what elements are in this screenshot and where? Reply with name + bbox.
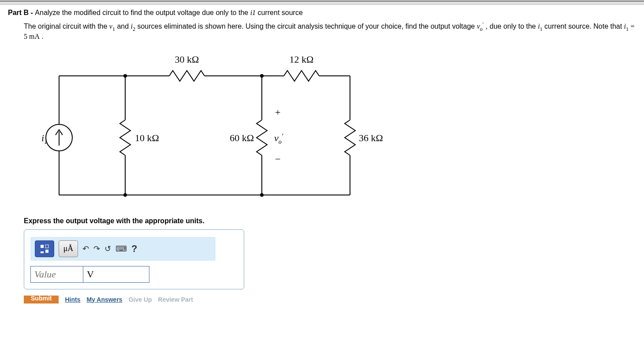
answer-prompt: Express the output voltage with the appr… [24, 217, 636, 225]
label-vo: vo′ [274, 132, 283, 145]
undo-icon: ↶ [82, 244, 89, 254]
give-up-link[interactable]: Give Up [129, 296, 152, 303]
part-header: Part B - Analyze the modified circuit to… [8, 9, 636, 17]
help-button[interactable]: ? [131, 240, 137, 257]
q-p1: The original circuit with the [24, 22, 109, 30]
part-label: Part B - [8, 9, 35, 16]
help-icon: ? [131, 243, 137, 255]
label-r36: 36 kΩ [359, 132, 383, 143]
answer-panel: μÅ ↶ ↷ ↺ ⌨ ? [24, 229, 244, 289]
q-vo: v [477, 22, 480, 30]
q-i1-sub: 1 [540, 26, 543, 32]
redo-button[interactable]: ↷ [93, 240, 100, 257]
hints-link[interactable]: Hints [65, 296, 80, 303]
value-input[interactable] [30, 266, 83, 283]
submit-button[interactable]: Submit [24, 296, 59, 304]
svg-rect-23 [45, 250, 48, 253]
answer-toolbar: μÅ ↶ ↷ ↺ ⌨ ? [30, 237, 216, 261]
q-i1b-sub: 1 [626, 26, 629, 32]
svg-point-18 [123, 193, 127, 197]
question-text: The original circuit with the v1 and i2 … [24, 21, 636, 41]
submit-row: Submit Hints My Answers Give Up Review P… [24, 296, 636, 304]
redo-icon: ↷ [93, 244, 100, 254]
my-answers-link[interactable]: My Answers [86, 296, 122, 303]
special-chars-button[interactable]: μÅ [59, 240, 78, 257]
q-v1-sub: 1 [112, 26, 115, 32]
label-minus: − [275, 154, 280, 165]
svg-rect-22 [41, 251, 44, 253]
label-plus: + [275, 107, 280, 118]
circuit-diagram: 30 kΩ 12 kΩ 10 kΩ 60 kΩ 36 kΩ i1 + vo′ − [24, 49, 636, 208]
part-title-lead: Analyze the modified circuit to find the… [35, 9, 250, 16]
label-r10: 10 kΩ [135, 132, 159, 143]
fraction-tool-icon [39, 244, 50, 254]
reset-icon: ↺ [104, 244, 111, 254]
special-chars-label: μÅ [63, 244, 74, 253]
svg-point-17 [260, 74, 264, 78]
label-r12: 12 kΩ [290, 54, 314, 65]
svg-rect-20 [41, 245, 44, 248]
undo-button[interactable]: ↶ [82, 240, 89, 257]
part-title-tail: current source [258, 9, 303, 16]
label-r60: 60 kΩ [230, 132, 254, 143]
review-part-link[interactable]: Review Part [158, 296, 193, 303]
svg-rect-21 [45, 245, 48, 248]
answer-inputs-row [30, 266, 238, 283]
svg-point-19 [260, 193, 264, 197]
q-vo-sup: ′ [483, 21, 484, 27]
q-p4: current source. Note that [544, 22, 624, 30]
units-input[interactable] [83, 266, 149, 283]
keyboard-button[interactable]: ⌨ [115, 240, 127, 257]
label-r30: 30 kΩ [175, 54, 199, 65]
q-v1: v [109, 22, 112, 30]
q-p2: sources eliminated is shown here. Using … [137, 22, 476, 30]
reset-button[interactable]: ↺ [104, 240, 111, 257]
part-title-var-i1: i1 [250, 9, 256, 16]
fraction-tool-button[interactable] [35, 240, 54, 257]
q-p3: , due only to the [486, 22, 538, 30]
content-area: Part B - Analyze the modified circuit to… [0, 4, 644, 304]
keyboard-icon: ⌨ [115, 244, 127, 254]
q-i2-sub: 2 [133, 26, 135, 32]
svg-point-16 [123, 74, 127, 78]
q-dot: . [41, 33, 43, 40]
q-and: and [117, 22, 130, 30]
